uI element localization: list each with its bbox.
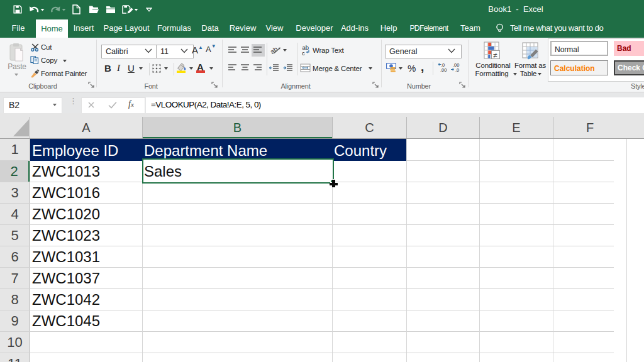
svg-text:≠: ≠ bbox=[493, 51, 497, 60]
svg-text:c: c bbox=[302, 50, 305, 57]
svg-text:.00: .00 bbox=[440, 67, 447, 72]
svg-text:.0: .0 bbox=[455, 67, 459, 72]
